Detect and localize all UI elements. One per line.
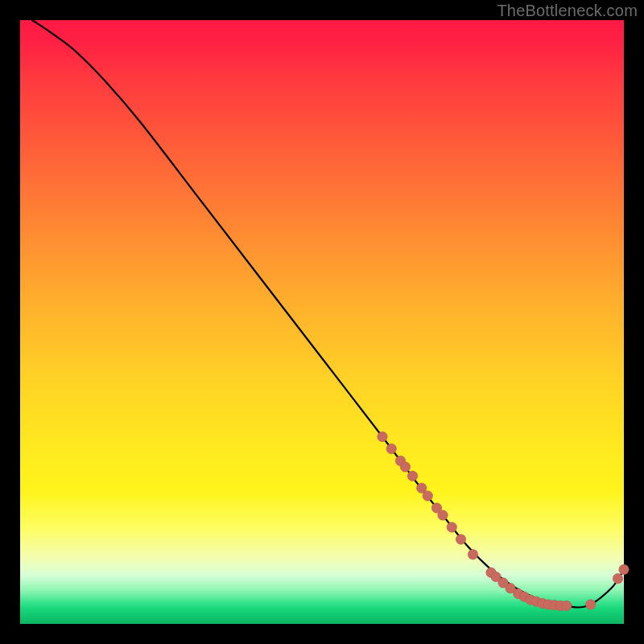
data-point <box>423 491 432 501</box>
data-point <box>562 601 572 610</box>
data-point <box>613 574 622 584</box>
data-point <box>468 550 477 559</box>
bottleneck-curve <box>32 20 624 607</box>
data-point <box>438 510 448 520</box>
data-point <box>447 522 456 532</box>
plot-area <box>20 20 624 624</box>
chart-overlay <box>20 20 624 624</box>
chart-frame: TheBottleneck.com <box>0 0 644 644</box>
data-point <box>407 471 417 481</box>
curve-markers <box>378 431 629 610</box>
data-point <box>619 564 629 574</box>
data-point <box>456 535 465 544</box>
data-point <box>400 462 410 472</box>
data-point <box>378 431 387 441</box>
watermark-text: TheBottleneck.com <box>497 2 638 20</box>
data-point <box>586 600 596 609</box>
data-point <box>386 444 396 453</box>
